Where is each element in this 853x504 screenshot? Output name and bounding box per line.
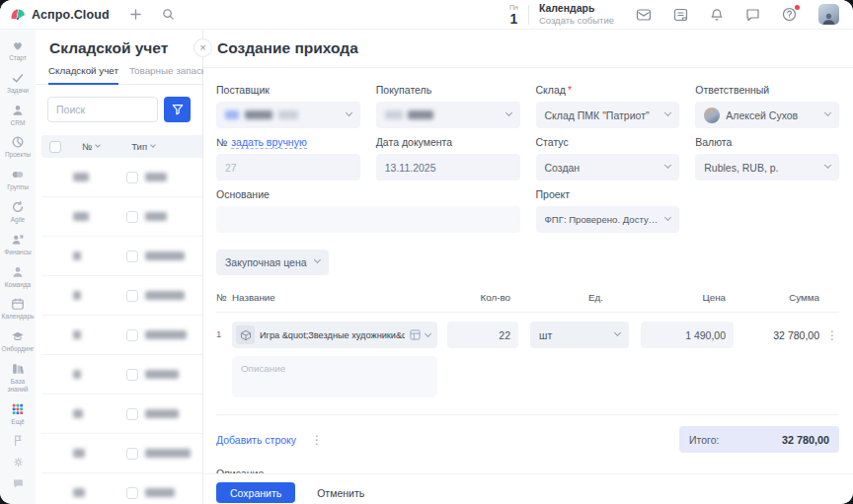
quantity-input[interactable]: 22 xyxy=(447,322,518,348)
sidebar-item-calendar[interactable]: Календарь xyxy=(0,293,36,325)
app-logo[interactable]: Аспро.Cloud xyxy=(10,7,110,23)
table-row[interactable] xyxy=(41,197,202,237)
responsible-select[interactable]: Алексей Сухов xyxy=(695,102,839,128)
day-abbr: Пн xyxy=(509,4,518,11)
table-row[interactable] xyxy=(41,395,202,434)
price-type-select[interactable]: Закупочная цена xyxy=(216,250,329,275)
sidebar-item-label: Календарь xyxy=(2,313,35,321)
add-row-link[interactable]: Добавить строку xyxy=(216,434,296,446)
buyer-select[interactable] xyxy=(376,102,520,128)
sidebar-item-team[interactable]: Команда xyxy=(0,261,36,294)
sidebar-item-tasks[interactable]: Задачи xyxy=(0,67,36,100)
set-number-manually-link[interactable]: задать вручную xyxy=(231,136,307,149)
catalog-grid-icon[interactable] xyxy=(410,329,421,340)
user-avatar[interactable] xyxy=(818,4,839,25)
day-number: 1 xyxy=(510,12,518,26)
chat-icon[interactable] xyxy=(745,8,760,22)
type-icon xyxy=(126,448,138,460)
redacted-type xyxy=(126,290,185,302)
sidebar-item-groups[interactable]: Группы xyxy=(0,164,36,196)
redacted-type xyxy=(126,369,179,381)
column-type[interactable]: Тип xyxy=(131,141,155,152)
team-icon xyxy=(11,265,25,279)
sidebar-item-crm[interactable]: CRM xyxy=(0,100,36,132)
redacted-number xyxy=(73,212,89,221)
topbar-right: Пн 1 Календарь Создать событие xyxy=(509,2,839,27)
sidebar-item-more-grid[interactable]: Ещё xyxy=(0,398,36,431)
type-icon xyxy=(126,408,138,420)
sidebar-item-label: Группы xyxy=(7,183,29,191)
basis-input[interactable] xyxy=(216,206,520,233)
table-row[interactable] xyxy=(41,316,202,355)
notes-icon[interactable] xyxy=(673,8,688,22)
extra-flag-icon xyxy=(12,434,25,447)
extra-chat-icon xyxy=(12,477,25,490)
top-bar: Аспро.Cloud Пн 1 Календарь Создать событ… xyxy=(0,0,853,30)
items-col-sum: Сумма xyxy=(734,292,825,303)
tab-warehouse-accounting[interactable]: Складской учет xyxy=(48,65,118,85)
column-number[interactable]: № xyxy=(82,141,100,152)
bell-icon[interactable] xyxy=(710,8,724,22)
sidebar-item-label: Команда xyxy=(5,281,31,289)
calendar-widget[interactable]: Календарь Создать событие xyxy=(539,2,614,27)
status-select[interactable]: Создан xyxy=(536,154,680,180)
type-icon xyxy=(126,487,138,499)
sidebar-item-knowledge[interactable]: База знаний xyxy=(0,358,36,398)
redacted-text xyxy=(385,110,403,119)
sidebar-item-extra-chat[interactable] xyxy=(0,473,36,495)
date-widget[interactable]: Пн 1 xyxy=(509,4,518,26)
document-date-input[interactable]: 13.11.2025 xyxy=(376,154,520,180)
sidebar-item-label: Проекты xyxy=(5,151,31,159)
number-input[interactable]: 27 xyxy=(216,154,360,180)
left-panel-tabs: Складской учет Товарные запасы xyxy=(36,65,202,85)
sidebar-item-extra-gear[interactable] xyxy=(0,452,36,473)
table-row[interactable] xyxy=(41,158,202,197)
sidebar-item-projects[interactable]: Проекты xyxy=(0,131,36,164)
close-icon[interactable]: × xyxy=(194,38,212,57)
redacted-number xyxy=(73,291,81,300)
sidebar-item-onboarding[interactable]: Онбординг xyxy=(0,325,36,358)
row-menu-icon[interactable]: ⋮ xyxy=(825,329,839,341)
cancel-button[interactable]: Отменить xyxy=(311,486,370,500)
warehouse-select[interactable]: Склад ПМК "Патриот" xyxy=(536,102,680,128)
type-icon xyxy=(126,369,138,381)
tab-stock[interactable]: Товарные запасы xyxy=(129,65,208,84)
start-icon xyxy=(11,38,25,52)
add-row-menu-icon[interactable]: ⋮ xyxy=(311,434,323,446)
unit-select[interactable]: шт xyxy=(530,322,629,348)
table-row[interactable] xyxy=(41,237,202,276)
product-name: Игра &quot;Звездные художники&quot; xyxy=(260,330,405,340)
table-row[interactable] xyxy=(41,434,202,473)
sidebar-item-start[interactable]: Старт xyxy=(0,35,36,67)
help-icon[interactable] xyxy=(782,7,797,22)
total-box: Итого: 32 780,00 xyxy=(679,426,839,453)
product-select[interactable]: Игра &quot;Звездные художники&quot; xyxy=(232,322,437,348)
item-row-number: 1 xyxy=(216,322,232,339)
redacted-type xyxy=(126,448,191,460)
sidebar-item-agile[interactable]: Agile xyxy=(0,196,36,229)
table-row[interactable] xyxy=(41,276,202,316)
item-description-input[interactable] xyxy=(232,356,437,397)
search-icon[interactable] xyxy=(162,8,175,21)
table-row[interactable] xyxy=(41,355,202,395)
redacted-type xyxy=(126,251,185,262)
sidebar-item-label: Задачи xyxy=(7,87,29,95)
sidebar-item-extra-flag[interactable] xyxy=(0,430,36,452)
sidebar-item-label: Финансы xyxy=(4,249,31,256)
save-button[interactable]: Сохранить xyxy=(216,482,295,503)
select-all-checkbox[interactable] xyxy=(49,141,61,153)
supplier-select[interactable] xyxy=(216,102,360,128)
sidebar-item-label: CRM xyxy=(11,119,26,127)
currency-select[interactable]: Rubles, RUB, р. xyxy=(695,154,839,180)
filter-button[interactable] xyxy=(164,97,191,122)
create-plus-icon[interactable] xyxy=(129,8,142,21)
search-input[interactable] xyxy=(47,97,158,122)
items-col-name: Название xyxy=(232,292,437,303)
table-row[interactable] xyxy=(41,473,202,504)
sidebar-item-finance[interactable]: Финансы xyxy=(0,229,36,261)
price-input[interactable]: 1 490,00 xyxy=(641,322,734,348)
chevron-down-icon xyxy=(346,109,352,116)
mail-icon[interactable] xyxy=(636,8,652,22)
calendar-create-event-link[interactable]: Создать событие xyxy=(539,15,614,27)
project-select[interactable]: ФПГ: Проверено. Доступно - вык.. xyxy=(536,206,680,233)
